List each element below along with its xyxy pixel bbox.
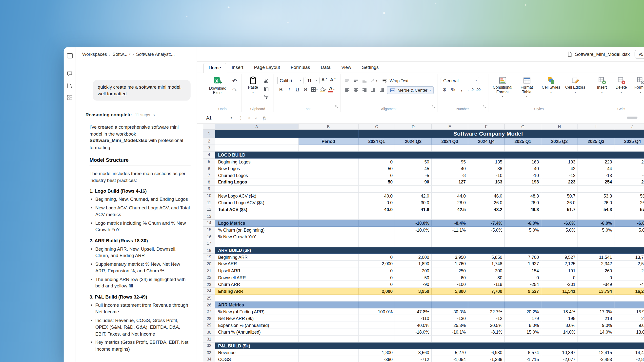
cell-H34[interactable]: -2,077 xyxy=(541,356,578,362)
cell-I7[interactable]: -13 xyxy=(578,172,614,179)
cell-D28[interactable]: -110 xyxy=(395,315,432,322)
cell-E24[interactable]: 5,800 xyxy=(432,288,468,295)
cell-G34[interactable]: -1,715 xyxy=(505,356,541,362)
cell-I8[interactable]: 254 xyxy=(578,179,614,186)
decrease-indent-button[interactable] xyxy=(370,87,377,94)
cell-I34[interactable]: -2,483 xyxy=(578,356,614,362)
section-header-18[interactable]: ARR BUILD ($k) xyxy=(215,247,644,254)
cancel-entry-icon[interactable]: × xyxy=(248,115,251,120)
cell-F23[interactable]: -118 xyxy=(468,281,505,288)
cell-F21[interactable]: 300 xyxy=(468,268,505,274)
cell-H24[interactable]: 11,541 xyxy=(541,288,578,295)
cell-D24[interactable]: 3,950 xyxy=(395,288,432,295)
font-size-select[interactable]: 11▾ xyxy=(305,77,320,84)
cell-E3[interactable] xyxy=(432,145,468,152)
cell-C12[interactable]: 40.0 xyxy=(358,206,395,213)
delete-button[interactable]: Delete▾ xyxy=(613,75,630,93)
cell-C14[interactable] xyxy=(358,220,395,227)
column-header-F[interactable]: F xyxy=(468,124,505,130)
cell-F28[interactable]: -12 xyxy=(468,315,505,322)
cell-D21[interactable]: 200 xyxy=(395,268,432,274)
tab-formulas[interactable]: Formulas xyxy=(286,62,316,73)
cell-J31[interactable] xyxy=(614,336,644,342)
cell-H28[interactable]: 198 xyxy=(541,315,578,322)
cell-A20[interactable]: New ARR xyxy=(215,261,299,268)
row-header-3[interactable]: 3 xyxy=(203,145,215,152)
more-options-icon[interactable]: ⋮ xyxy=(238,115,243,120)
cell-E29[interactable]: 25.3% xyxy=(432,322,468,329)
cell-B13[interactable] xyxy=(298,213,358,220)
cell-I9[interactable] xyxy=(578,186,614,192)
cell-B24[interactable] xyxy=(298,288,358,295)
cell-C23[interactable]: 0 xyxy=(358,281,395,288)
cell-I11[interactable]: 26.0 xyxy=(578,199,614,206)
tab-page-layout[interactable]: Page Layout xyxy=(249,62,286,73)
row-header-25[interactable]: 25 xyxy=(203,295,215,302)
cell-D30[interactable]: -18.0% xyxy=(395,329,432,336)
cell-F24[interactable]: 7,700 xyxy=(468,288,505,295)
dialog-launcher-icon[interactable] xyxy=(482,103,486,110)
cell-C33[interactable]: 1,800 xyxy=(358,349,395,356)
cell-F9[interactable] xyxy=(468,186,505,192)
cell-B28[interactable] xyxy=(298,315,358,322)
library-icon[interactable] xyxy=(66,82,73,89)
cell-C3[interactable] xyxy=(358,145,395,152)
cell-B31[interactable] xyxy=(298,336,358,342)
cell-I19[interactable]: 11,541 xyxy=(578,254,614,261)
cell-I30[interactable]: 14.0% xyxy=(578,329,614,336)
cell-G7[interactable]: -10 xyxy=(505,172,541,179)
cell-I17[interactable] xyxy=(578,240,614,247)
format-table-button[interactable]: Format Table▾ xyxy=(516,75,538,98)
wrap-text-button[interactable]: Wrap Text xyxy=(379,77,411,85)
cell-E11[interactable]: 28.0 xyxy=(432,199,468,206)
font-name-select[interactable]: Calibri▾ xyxy=(277,77,304,84)
cell-F31[interactable] xyxy=(468,336,505,342)
cell-I12[interactable]: 54.3 xyxy=(578,206,614,213)
cell-E19[interactable]: 3,950 xyxy=(432,254,468,261)
cell-E9[interactable] xyxy=(432,186,468,192)
cell-I28[interactable]: 218 xyxy=(578,315,614,322)
cell-E8[interactable]: 127 xyxy=(432,179,468,186)
cell-A21[interactable]: Upsell ARR xyxy=(215,268,299,274)
cell-J30[interactable]: 13.0% xyxy=(614,329,644,336)
cell-B3[interactable] xyxy=(298,145,358,152)
grid-corner[interactable] xyxy=(203,124,215,130)
row-header-10[interactable]: 10 xyxy=(203,192,215,200)
cell-B26[interactable] xyxy=(298,302,358,308)
row-header-24[interactable]: 24 xyxy=(203,288,215,295)
cell-J5[interactable]: 254 xyxy=(614,158,644,166)
column-header-C[interactable]: C xyxy=(358,124,395,130)
cell-J29[interactable]: 9.0% xyxy=(614,322,644,329)
cell-D19[interactable]: 2,000 xyxy=(395,254,432,261)
redo-button[interactable]: ↷ xyxy=(231,87,238,94)
cell-name-box[interactable]: A1▾ xyxy=(203,112,235,123)
cell-H9[interactable] xyxy=(541,186,578,192)
cell-E33[interactable]: 5,270 xyxy=(432,349,468,356)
cell-E12[interactable]: 42.5 xyxy=(432,206,468,213)
cell-H20[interactable]: 2,125 xyxy=(541,261,578,268)
cell-A22[interactable]: Downsell ARR xyxy=(215,274,299,281)
cell-J26[interactable] xyxy=(614,302,644,308)
column-header-E[interactable]: E xyxy=(432,124,468,130)
decrease-font-button[interactable]: A▼ xyxy=(330,77,337,84)
cell-H3[interactable] xyxy=(541,145,578,152)
chat-icon[interactable] xyxy=(66,70,73,77)
cell-B30[interactable] xyxy=(298,329,358,336)
row-header-30[interactable]: 30 xyxy=(203,329,215,336)
row-header-13[interactable]: 13 xyxy=(203,213,215,220)
cell-F20[interactable]: 1,748 xyxy=(468,261,505,268)
cell-A27[interactable]: % New (of Ending ARR) xyxy=(215,308,299,315)
cell-J12[interactable]: 57.0 xyxy=(614,206,644,213)
cell-I15[interactable]: 5.0% xyxy=(578,227,614,234)
cell-F16[interactable] xyxy=(468,233,505,240)
cell-H27[interactable]: 18.4% xyxy=(541,308,578,315)
cell-G23[interactable]: -254 xyxy=(505,281,541,288)
cell-G3[interactable] xyxy=(505,145,541,152)
format-painter-button[interactable] xyxy=(263,94,270,100)
row-header-4[interactable]: 4 xyxy=(203,152,215,158)
cell-I16[interactable] xyxy=(578,233,614,240)
cell-A31[interactable] xyxy=(215,336,299,342)
row-header-17[interactable]: 17 xyxy=(203,240,215,247)
cell-G6[interactable]: 40 xyxy=(505,165,541,172)
cell-B12[interactable] xyxy=(298,206,358,213)
